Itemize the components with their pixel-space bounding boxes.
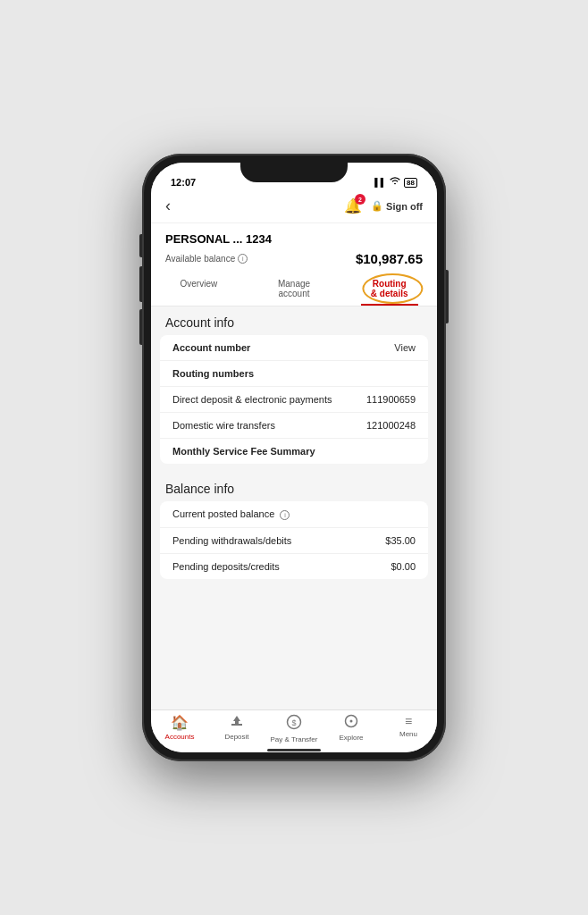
- account-number-row[interactable]: Account number View: [160, 335, 428, 361]
- signal-icon: ▌▌: [374, 178, 386, 187]
- pay-transfer-label: Pay & Transfer: [271, 735, 318, 743]
- main-content: Account info Account number View Routing…: [151, 306, 437, 709]
- explore-icon: [344, 714, 358, 732]
- balance-info-icon[interactable]: i: [238, 254, 248, 264]
- deposit-label: Deposit: [224, 733, 248, 741]
- routing-numbers-label: Routing numbers: [172, 368, 254, 379]
- tab-routing-details[interactable]: Routing& details: [341, 272, 437, 306]
- svg-marker-1: [233, 716, 240, 724]
- account-number-view[interactable]: View: [394, 342, 416, 353]
- explore-label: Explore: [339, 734, 363, 742]
- monthly-fee-label: Monthly Service Fee Summary: [172, 446, 315, 457]
- tab-navigation: Overview Manageaccount Routing& details: [151, 272, 437, 306]
- balance-label: Available balance i: [165, 254, 248, 264]
- current-posted-row: Current posted balance i: [160, 501, 428, 528]
- svg-text:$: $: [291, 718, 296, 727]
- menu-label: Menu: [399, 730, 417, 738]
- nav-deposit[interactable]: Deposit: [208, 714, 265, 743]
- bottom-navigation: 🏠 Accounts Deposit $: [151, 709, 437, 749]
- pending-withdrawals-label: Pending withdrawals/debits: [172, 535, 291, 546]
- sign-off-button[interactable]: 🔒 Sign off: [371, 200, 423, 212]
- domestic-wire-value: 121000248: [366, 420, 416, 431]
- accounts-icon: 🏠: [171, 714, 189, 731]
- tab-manage-label: Manageaccount: [278, 279, 310, 298]
- balance-info-card: Current posted balance i Pending withdra…: [160, 501, 428, 579]
- app-header: ‹ 🔔 2 🔒 Sign off: [151, 191, 437, 223]
- side-button-power: [446, 270, 449, 323]
- header-right: 🔔 2 🔒 Sign off: [344, 197, 423, 214]
- side-button-vol-up: [139, 266, 142, 302]
- pay-transfer-icon: $: [286, 714, 302, 734]
- tab-routing-label: Routing& details: [371, 279, 408, 298]
- pending-deposits-row: Pending deposits/credits $0.00: [160, 554, 428, 579]
- domestic-wire-label: Domestic wire transfers: [172, 420, 275, 431]
- accounts-label: Accounts: [165, 733, 195, 741]
- direct-deposit-row: Direct deposit & electronic payments 111…: [160, 387, 428, 413]
- wifi-icon: [390, 177, 400, 188]
- svg-rect-0: [231, 724, 242, 726]
- nav-accounts[interactable]: 🏠 Accounts: [151, 714, 208, 743]
- sign-off-label: Sign off: [386, 201, 423, 212]
- account-number-label: Account number: [172, 342, 250, 353]
- home-bar: [267, 749, 321, 751]
- status-time: 12:07: [171, 177, 196, 188]
- menu-icon: ≡: [405, 714, 412, 728]
- tab-overview[interactable]: Overview: [151, 272, 247, 306]
- notch: [240, 163, 348, 182]
- account-info-section-title: Account info: [151, 306, 437, 335]
- account-info-card: Account number View Routing numbers Dire…: [160, 335, 428, 464]
- balance-info-section-title: Balance info: [151, 473, 437, 501]
- tab-manage-account[interactable]: Manageaccount: [247, 272, 342, 306]
- side-button-vol-down: [139, 309, 142, 345]
- pending-deposits-label: Pending deposits/credits: [172, 561, 280, 572]
- side-button-mute: [139, 234, 142, 257]
- nav-explore[interactable]: Explore: [323, 714, 380, 743]
- balance-row: Available balance i $10,987.65: [165, 251, 423, 266]
- battery-icon: 88: [404, 178, 417, 188]
- direct-deposit-label: Direct deposit & electronic payments: [172, 394, 332, 405]
- tab-overview-label: Overview: [180, 279, 217, 289]
- back-button[interactable]: ‹: [165, 197, 171, 215]
- account-header: PERSONAL ... 1234 Available balance i $1…: [151, 223, 437, 272]
- posted-balance-info-icon[interactable]: i: [280, 510, 290, 520]
- status-icons: ▌▌ 88: [374, 177, 417, 188]
- home-indicator: [151, 749, 437, 752]
- pending-deposits-value: $0.00: [391, 561, 416, 572]
- routing-numbers-row: Routing numbers: [160, 361, 428, 387]
- domestic-wire-row: Domestic wire transfers 121000248: [160, 413, 428, 439]
- monthly-fee-row[interactable]: Monthly Service Fee Summary: [160, 439, 428, 464]
- phone-frame: 12:07 ▌▌ 88 ‹ 🔔 2: [142, 154, 446, 761]
- deposit-icon: [230, 714, 244, 731]
- lock-icon: 🔒: [371, 200, 383, 212]
- phone-screen: 12:07 ▌▌ 88 ‹ 🔔 2: [151, 163, 437, 752]
- notification-bell[interactable]: 🔔 2: [344, 197, 362, 214]
- nav-pay-transfer[interactable]: $ Pay & Transfer: [265, 714, 323, 743]
- current-posted-label: Current posted balance i: [172, 508, 290, 520]
- notification-badge: 2: [355, 194, 365, 205]
- pending-withdrawals-value: $35.00: [385, 535, 416, 546]
- nav-menu[interactable]: ≡ Menu: [380, 714, 437, 743]
- account-name: PERSONAL ... 1234: [165, 232, 423, 246]
- pending-withdrawals-row: Pending withdrawals/debits $35.00: [160, 528, 428, 554]
- direct-deposit-value: 111900659: [366, 394, 416, 405]
- balance-amount: $10,987.65: [356, 251, 423, 266]
- svg-point-5: [350, 720, 353, 723]
